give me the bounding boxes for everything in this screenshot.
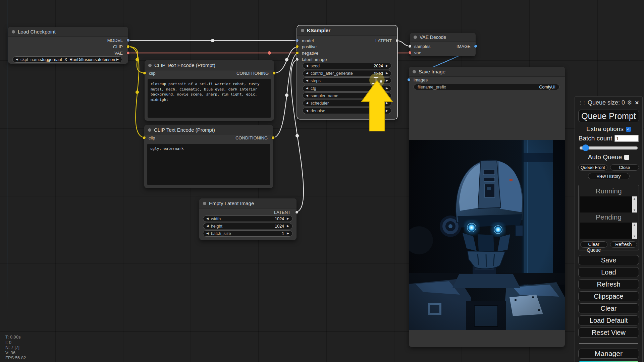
- conditioning-output-dot[interactable]: [271, 136, 275, 139]
- manager-button[interactable]: Manager: [578, 349, 639, 359]
- increment-arrow-icon[interactable]: [386, 79, 388, 82]
- node-clip-text-encode-positive[interactable]: CLIP Text Encode (Prompt) clip CONDITION…: [145, 60, 274, 121]
- latent-image-input-dot[interactable]: [296, 58, 299, 61]
- vae-input-dot[interactable]: [408, 51, 412, 54]
- increment-arrow-icon[interactable]: [386, 72, 388, 75]
- decrement-arrow-icon[interactable]: [306, 102, 308, 105]
- widget-steps[interactable]: steps: [303, 77, 391, 84]
- node-title-bar[interactable]: CLIP Text Encode (Prompt): [144, 125, 273, 135]
- widget-width[interactable]: width 1024: [203, 216, 292, 222]
- node-title-bar[interactable]: VAE Decode: [410, 33, 476, 42]
- decrement-arrow-icon[interactable]: [206, 232, 209, 235]
- widget-seed[interactable]: seed 2024: [303, 63, 391, 69]
- widget-height[interactable]: height 1024: [203, 223, 292, 229]
- scroll-up-icon[interactable]: [632, 223, 637, 227]
- node-title-bar[interactable]: Save Image: [409, 67, 565, 77]
- close-button[interactable]: Close: [610, 164, 639, 171]
- model-output-dot[interactable]: [126, 39, 130, 42]
- vae-output-dot[interactable]: [126, 51, 130, 55]
- decrement-arrow-icon[interactable]: [306, 87, 308, 90]
- clip-input-dot[interactable]: [143, 136, 146, 139]
- widget-ckpt-name[interactable]: ckpt_name Juggernaut_X_RunDiffusion.safe…: [12, 56, 122, 63]
- node-vae-decode[interactable]: VAE Decode samples vae IMAGE: [410, 33, 476, 56]
- load-button[interactable]: Load: [578, 267, 639, 277]
- decrement-arrow-icon[interactable]: [16, 58, 18, 61]
- extra-options-checkbox[interactable]: [626, 127, 631, 132]
- settings-gear-icon[interactable]: [627, 99, 632, 106]
- increment-arrow-icon[interactable]: [287, 225, 289, 228]
- image-output-dot[interactable]: [474, 45, 477, 48]
- scroll-up-icon[interactable]: [632, 196, 637, 201]
- batch-count-slider[interactable]: [580, 146, 638, 149]
- widget-denoise[interactable]: denoise: [303, 108, 391, 114]
- widget-scheduler[interactable]: scheduler: [303, 100, 391, 106]
- decrement-arrow-icon[interactable]: [206, 225, 209, 228]
- load-default-button[interactable]: Load Default: [578, 315, 639, 325]
- node-empty-latent-image[interactable]: Empty Latent Image LATENT width 1024 hei…: [199, 198, 297, 240]
- increment-arrow-icon[interactable]: [386, 94, 388, 97]
- collapse-dot-icon[interactable]: [413, 70, 416, 73]
- queue-prompt-button[interactable]: Queue Prompt: [578, 110, 639, 122]
- scroll-down-icon[interactable]: [632, 208, 637, 213]
- increment-arrow-icon[interactable]: [386, 102, 388, 105]
- decrement-arrow-icon[interactable]: [206, 217, 209, 220]
- comfyui-canvas[interactable]: Load Checkpoint MODEL CLIP VAE ckpt_name…: [0, 0, 644, 362]
- widget-filename-prefix[interactable]: filename_prefix ComfyUI: [414, 84, 559, 90]
- drag-handle-icon[interactable]: [578, 100, 586, 105]
- increment-arrow-icon[interactable]: [386, 64, 388, 67]
- auto-queue-checkbox[interactable]: [624, 155, 629, 160]
- close-panel-icon[interactable]: [635, 100, 639, 106]
- refresh-queue-button[interactable]: Refresh: [610, 241, 637, 248]
- widget-sampler-name[interactable]: sampler_name d: [303, 93, 391, 99]
- refresh-button[interactable]: Refresh: [578, 279, 639, 289]
- widget-cfg[interactable]: cfg: [303, 85, 391, 92]
- positive-input-dot[interactable]: [296, 45, 299, 48]
- node-title-bar[interactable]: KSampler: [297, 25, 397, 36]
- latent-output-dot[interactable]: [295, 210, 299, 214]
- conditioning-output-dot[interactable]: [272, 71, 276, 75]
- clear-queue-button[interactable]: Clear Queue: [580, 241, 607, 248]
- node-ksampler[interactable]: KSampler model positive negative latent_…: [297, 25, 397, 119]
- scroll-down-icon[interactable]: [632, 234, 637, 239]
- node-title-bar[interactable]: CLIP Text Encode (Prompt): [145, 60, 274, 70]
- save-button[interactable]: Save: [578, 255, 639, 265]
- scrollbar[interactable]: [632, 223, 637, 239]
- collapse-dot-icon[interactable]: [301, 29, 304, 32]
- increment-arrow-icon[interactable]: [386, 109, 388, 112]
- clip-input-dot[interactable]: [143, 71, 146, 75]
- collapse-dot-icon[interactable]: [414, 36, 417, 39]
- widget-batch-size[interactable]: batch_size 1: [203, 230, 292, 237]
- view-history-button[interactable]: View History: [588, 173, 630, 179]
- node-load-checkpoint[interactable]: Load Checkpoint MODEL CLIP VAE ckpt_name…: [8, 27, 128, 64]
- collapse-dot-icon[interactable]: [148, 64, 152, 67]
- node-clip-text-encode-negative[interactable]: CLIP Text Encode (Prompt) clip CONDITION…: [144, 125, 273, 188]
- decrement-arrow-icon[interactable]: [306, 72, 308, 75]
- samples-input-dot[interactable]: [408, 45, 412, 48]
- widget-control-after-generate[interactable]: control_after_generate fixed: [303, 70, 391, 76]
- clear-button[interactable]: Clear: [578, 303, 639, 313]
- images-input-dot[interactable]: [407, 78, 411, 81]
- increment-arrow-icon[interactable]: [287, 217, 289, 220]
- scrollbar[interactable]: [632, 196, 637, 213]
- collapse-dot-icon[interactable]: [148, 128, 151, 132]
- increment-arrow-icon[interactable]: [116, 58, 119, 61]
- prompt-textarea[interactable]: closeup portrait of a sci-fi warrior rob…: [148, 79, 271, 118]
- node-title-bar[interactable]: Empty Latent Image: [199, 198, 297, 208]
- increment-arrow-icon[interactable]: [386, 87, 388, 90]
- decrement-arrow-icon[interactable]: [306, 94, 308, 97]
- decrement-arrow-icon[interactable]: [306, 64, 308, 67]
- node-save-image[interactable]: Save Image images filename_prefix ComfyU…: [409, 67, 565, 347]
- decrement-arrow-icon[interactable]: [306, 79, 308, 82]
- queue-front-button[interactable]: Queue Front: [578, 164, 607, 171]
- node-title-bar[interactable]: Load Checkpoint: [8, 27, 128, 37]
- collapse-dot-icon[interactable]: [12, 30, 15, 34]
- clipspace-button[interactable]: Clipspace: [578, 291, 639, 301]
- batch-count-input[interactable]: [614, 135, 639, 142]
- decrement-arrow-icon[interactable]: [306, 109, 308, 112]
- clip-output-dot[interactable]: [126, 45, 130, 48]
- increment-arrow-icon[interactable]: [287, 232, 289, 235]
- reset-view-button[interactable]: Reset View: [578, 327, 639, 338]
- latent-output-dot[interactable]: [395, 39, 399, 42]
- negative-input-dot[interactable]: [296, 51, 299, 55]
- collapse-dot-icon[interactable]: [203, 202, 206, 205]
